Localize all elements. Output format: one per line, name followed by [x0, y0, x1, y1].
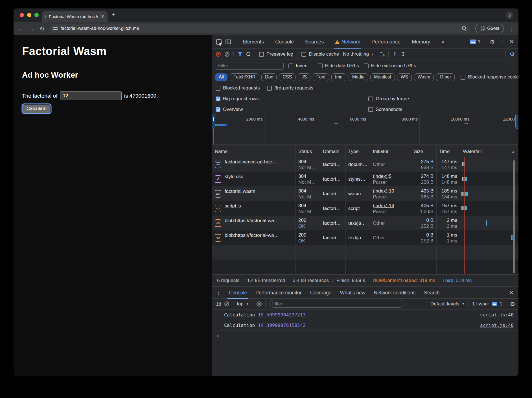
disable-cache-toggle[interactable]: Disable cache	[301, 51, 339, 57]
invert-checkbox[interactable]	[288, 64, 293, 68]
blocked-requests-toggle[interactable]: Blocked requests	[216, 85, 260, 91]
column-header-time[interactable]: Time	[437, 146, 460, 157]
factorial-input[interactable]	[60, 91, 122, 100]
screenshots-toggle[interactable]: Screenshots	[368, 107, 402, 112]
search-icon[interactable]	[246, 52, 251, 56]
console-message[interactable]: Calculation 15.59999964237213 script.js:…	[212, 309, 518, 320]
clear-console-icon[interactable]	[224, 301, 229, 306]
group-by-frame-toggle[interactable]: Group by frame	[368, 96, 409, 102]
big-request-rows-checkbox[interactable]	[216, 97, 220, 101]
drawer-tab-console[interactable]: Console	[225, 287, 251, 299]
network-conditions-icon[interactable]	[378, 52, 384, 56]
back-icon[interactable]: ←	[18, 26, 24, 32]
initiator-link[interactable]: (index):5	[373, 173, 409, 179]
device-toolbar-icon[interactable]	[226, 40, 231, 44]
network-filter-input[interactable]	[215, 62, 284, 70]
network-overview-timeline[interactable]: 2000 ms 4000 ms 6000 ms 8000 ms 10000 ms…	[212, 115, 518, 146]
new-tab-button[interactable]: +	[112, 11, 115, 19]
minimize-window-button[interactable]	[27, 13, 31, 17]
tab-search-button[interactable]: ∨	[506, 12, 513, 19]
console-settings-gear-icon[interactable]: ⚙	[510, 301, 515, 307]
chip-manifest[interactable]: Manifest	[370, 73, 395, 81]
waterfall-scrollbar[interactable]	[513, 160, 515, 273]
overview-left-handle[interactable]	[212, 115, 215, 129]
request-row[interactable]: factorial.wasm 304 Not M… factori… wasm …	[212, 186, 518, 201]
devtools-close-icon[interactable]: ✕	[509, 38, 514, 45]
initiator-link[interactable]: (index):14	[373, 203, 409, 209]
third-party-requests-checkbox[interactable]	[267, 86, 272, 91]
screenshots-checkbox[interactable]	[368, 107, 373, 112]
column-header-size[interactable]: Size	[411, 146, 437, 157]
drawer-tab-whats-new[interactable]: What's new	[336, 287, 370, 299]
column-header-initiator[interactable]: Initiator	[370, 146, 411, 157]
column-header-type[interactable]: Type	[346, 146, 370, 157]
hide-extension-urls-toggle[interactable]: Hide extension URLs	[364, 63, 416, 69]
chip-all[interactable]: All	[215, 73, 227, 81]
tab-console[interactable]: Console	[272, 35, 297, 49]
drawer-tab-search[interactable]: Search	[420, 287, 444, 299]
calculate-button[interactable]: Calculate	[23, 104, 51, 113]
console-filter-input[interactable]	[269, 300, 404, 308]
column-header-status[interactable]: Status	[296, 146, 320, 157]
preserve-log-toggle[interactable]: Preserve log	[259, 51, 293, 57]
fullscreen-window-button[interactable]	[34, 13, 39, 17]
throttling-dropdown[interactable]: No throttling ▼	[343, 51, 374, 57]
third-party-requests-toggle[interactable]: 3rd-party requests	[267, 85, 313, 91]
drawer-tab-coverage[interactable]: Coverage	[306, 287, 336, 299]
preserve-log-checkbox[interactable]	[259, 52, 264, 57]
filter-icon[interactable]	[238, 52, 242, 56]
request-row[interactable]: style.css 304 Not M… factori… styles… (i…	[212, 172, 518, 186]
console-prompt[interactable]: ›	[212, 330, 518, 341]
chip-ws[interactable]: WS	[397, 73, 412, 81]
hide-extension-urls-checkbox[interactable]	[364, 64, 369, 68]
request-row[interactable]: blob:https://factorial-wa… 200 OK factor…	[212, 230, 518, 245]
invert-toggle[interactable]: Invert	[288, 63, 308, 69]
issues-icon[interactable]	[470, 40, 476, 44]
profile-button[interactable]: Guest	[475, 24, 504, 33]
chip-js[interactable]: JS	[298, 73, 310, 81]
reload-icon[interactable]: ↻	[40, 26, 45, 32]
site-settings-icon[interactable]	[53, 27, 58, 30]
blocked-response-cookies-checkbox[interactable]	[461, 75, 465, 80]
devtools-menu-icon[interactable]: ⋮	[499, 39, 505, 45]
settings-gear-icon[interactable]: ⚙	[490, 39, 495, 45]
inspect-element-icon[interactable]	[216, 39, 222, 45]
tab-memory[interactable]: Memory	[408, 35, 434, 49]
log-levels-dropdown[interactable]: Default levels ▼	[430, 301, 465, 307]
request-row[interactable]: blob:https://factorial-wa… 200 OK factor…	[212, 216, 518, 230]
tab-close-icon[interactable]: ✕	[101, 14, 105, 19]
drawer-tab-network-conditions[interactable]: Network conditions	[369, 287, 420, 299]
zoom-icon[interactable]	[462, 26, 467, 31]
address-bar[interactable]: factorial-wasm-ad-hoc-worker.glitch.me	[49, 24, 471, 33]
chip-other[interactable]: Other	[436, 73, 455, 81]
chip-img[interactable]: Img	[331, 73, 346, 81]
chip-wasm[interactable]: Wasm	[414, 73, 434, 81]
drawer-tab-performance-monitor[interactable]: Performance monitor	[251, 287, 306, 299]
blocked-requests-checkbox[interactable]	[216, 86, 220, 91]
column-header-name[interactable]: Name	[212, 146, 296, 157]
console-message[interactable]: Calculation 14.39999976158142 script.js:…	[212, 320, 518, 330]
request-row[interactable]: script.js 304 Not M… factori… script (in…	[212, 201, 518, 216]
initiator-link[interactable]: (index):10	[373, 188, 409, 194]
live-expression-icon[interactable]	[257, 301, 262, 307]
issues-counter[interactable]: 1 Issue: 1	[472, 301, 502, 307]
group-by-frame-checkbox[interactable]	[368, 97, 373, 101]
disable-cache-checkbox[interactable]	[301, 52, 306, 57]
record-icon[interactable]	[216, 52, 221, 57]
forward-icon[interactable]: →	[29, 26, 35, 32]
browser-menu-icon[interactable]: ⋮	[509, 25, 514, 32]
big-request-rows-toggle[interactable]: Big request rows	[216, 96, 259, 102]
clear-icon[interactable]	[225, 52, 229, 57]
chip-css[interactable]: CSS	[279, 73, 295, 81]
close-window-button[interactable]	[20, 13, 24, 17]
console-source-link[interactable]: script.js:40	[480, 323, 514, 328]
drawer-close-icon[interactable]: ✕	[509, 289, 518, 296]
request-row[interactable]: factorial-wasm-ad-hoc-… 304 Not M… facto…	[212, 157, 518, 172]
hide-data-urls-toggle[interactable]: Hide data URLs	[318, 63, 359, 69]
browser-tab[interactable]: ! Factorial Wasm (ad hoc Work ✕	[42, 11, 108, 22]
overview-toggle[interactable]: Overview	[216, 107, 243, 112]
more-tabs-icon[interactable]: »	[438, 35, 448, 49]
overview-checkbox[interactable]	[216, 107, 220, 112]
chip-media[interactable]: Media	[349, 73, 368, 81]
console-source-link[interactable]: script.js:40	[480, 312, 514, 318]
